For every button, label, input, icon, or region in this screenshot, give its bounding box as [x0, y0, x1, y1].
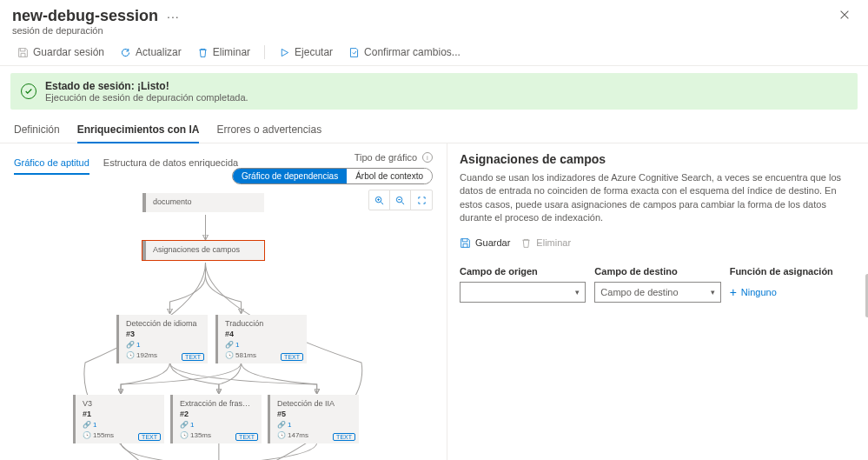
node-document[interactable]: documento: [142, 193, 264, 212]
node-label: documento: [153, 197, 257, 206]
subtab-enriched-structure[interactable]: Estructura de datos enriquecida: [103, 152, 238, 175]
info-icon[interactable]: i: [422, 152, 433, 163]
mapping-row: ▾ Campo de destino▾ +Ninguno: [460, 282, 856, 303]
node-pii-detect[interactable]: Detección de IIA #5 🔗 1 🕓 147ms TEXT: [268, 395, 359, 443]
node-id: #2: [180, 410, 255, 418]
tab-errors[interactable]: Errores o advertencias: [216, 117, 321, 143]
delete-button[interactable]: Eliminar: [192, 43, 255, 62]
col-target: Campo de destino: [594, 266, 720, 277]
clock-icon: 🕓 155ms: [83, 431, 114, 439]
details-panel: Asignaciones de campos Cuando se usan lo…: [447, 143, 868, 460]
node-id: #5: [277, 410, 352, 418]
clock-icon: 🕓 581ms: [225, 351, 256, 359]
node-field-mappings[interactable]: Asignaciones de campos: [142, 241, 264, 260]
save-icon: [17, 47, 29, 58]
link-icon: 🔗 1: [277, 421, 291, 429]
clock-icon: 🕓 147ms: [277, 431, 308, 439]
close-icon: [838, 9, 851, 21]
act-label: Eliminar: [536, 237, 571, 248]
node-label: Detección de IIA: [277, 399, 352, 408]
node-label: Extracción de frases clave: [180, 399, 255, 408]
panel-title: Asignaciones de campos: [460, 152, 856, 166]
act-label: Guardar: [475, 237, 510, 248]
link-icon: 🔗 1: [83, 421, 96, 429]
type-badge: TEXT: [281, 353, 303, 361]
source-field-select[interactable]: ▾: [460, 282, 586, 303]
node-id: #4: [225, 330, 300, 338]
panel-delete-button[interactable]: Eliminar: [520, 237, 571, 249]
delete-icon: [520, 237, 532, 249]
node-v3[interactable]: V3 #1 🔗 1 🕓 155ms TEXT: [73, 395, 164, 443]
save-session-button[interactable]: Guardar sesión: [12, 43, 109, 62]
col-source: Campo de origen: [460, 266, 586, 277]
more-menu[interactable]: ···: [167, 10, 180, 23]
save-icon: [460, 237, 471, 249]
page-title: new-debug-session: [12, 7, 158, 25]
close-button[interactable]: [835, 7, 854, 25]
node-lang-detect[interactable]: Detección de idioma #3 🔗 1 🕓 192ms TEXT: [116, 315, 208, 363]
add-function-button[interactable]: +Ninguno: [730, 285, 856, 299]
status-banner: Estado de sesión: ¡Listo! Ejecución de s…: [10, 73, 858, 110]
col-function: Función de asignación: [730, 266, 856, 277]
node-label: Traducción: [225, 319, 300, 328]
banner-message: Ejecución de sesión de depuración comple…: [45, 92, 248, 103]
node-label: Asignaciones de campos: [153, 245, 257, 254]
chip-dependencies[interactable]: Gráfico de dependencias: [233, 169, 347, 183]
commit-icon: [348, 47, 360, 58]
main-tabs: Definición Enriquecimientos con IA Error…: [0, 117, 868, 143]
check-icon: [21, 83, 36, 99]
dependency-graph[interactable]: documento Asignaciones de campos Detecci…: [14, 189, 433, 460]
placeholder: Campo de destino: [600, 287, 678, 297]
refresh-icon: [120, 47, 131, 58]
type-badge: TEXT: [333, 433, 355, 441]
target-field-select[interactable]: Campo de destino▾: [594, 282, 720, 303]
play-icon: [279, 47, 290, 58]
link-icon: 🔗 1: [126, 341, 140, 349]
cmd-label: Eliminar: [213, 46, 250, 58]
node-id: #3: [126, 330, 201, 338]
cmd-label: Guardar sesión: [33, 46, 104, 58]
graph-type-switch: Gráfico de dependencias Árbol de context…: [232, 168, 433, 184]
banner-title: Estado de sesión: ¡Listo!: [45, 80, 248, 92]
refresh-button[interactable]: Actualizar: [115, 43, 187, 62]
panel-description: Cuando se usan los indizadores de Azure …: [460, 171, 856, 225]
type-badge: TEXT: [235, 433, 258, 441]
clock-icon: 🕓 135ms: [180, 431, 211, 439]
link-icon: 🔗 1: [225, 341, 239, 349]
panel-save-button[interactable]: Guardar: [460, 237, 510, 249]
node-key-phrase[interactable]: Extracción de frases clave #2 🔗 1 🕓 135m…: [170, 395, 262, 443]
node-label: Detección de idioma: [126, 319, 201, 328]
delete-icon: [197, 47, 209, 58]
subtab-aptitude-graph[interactable]: Gráfico de aptitud: [14, 152, 89, 175]
chip-context-tree[interactable]: Árbol de contexto: [347, 169, 432, 183]
graph-type-label: Tipo de gráfico: [354, 152, 417, 163]
chevron-down-icon: ▾: [711, 288, 715, 297]
divider: [264, 45, 265, 59]
tab-enrichments[interactable]: Enriquecimientos con IA: [77, 117, 200, 143]
clock-icon: 🕓 192ms: [126, 351, 157, 359]
command-bar: Guardar sesión Actualizar Eliminar Ejecu…: [0, 39, 868, 66]
tab-definition[interactable]: Definición: [14, 117, 60, 143]
cmd-label: Confirmar cambios...: [364, 46, 461, 58]
node-translation[interactable]: Traducción #4 🔗 1 🕓 581ms TEXT: [215, 315, 307, 363]
node-label: V3: [83, 399, 157, 408]
type-badge: TEXT: [182, 353, 204, 361]
cmd-label: Ejecutar: [295, 46, 333, 58]
type-badge: TEXT: [138, 433, 161, 441]
link-icon: 🔗 1: [180, 421, 194, 429]
chevron-down-icon: ▾: [575, 288, 580, 297]
plus-icon: +: [730, 285, 737, 299]
node-id: #1: [83, 410, 157, 418]
page-subtitle: sesión de depuración: [12, 25, 180, 36]
cmd-label: Actualizar: [136, 46, 182, 58]
commit-button[interactable]: Confirmar cambios...: [343, 43, 466, 62]
fn-label: Ninguno: [741, 287, 777, 297]
run-button[interactable]: Ejecutar: [274, 43, 338, 62]
